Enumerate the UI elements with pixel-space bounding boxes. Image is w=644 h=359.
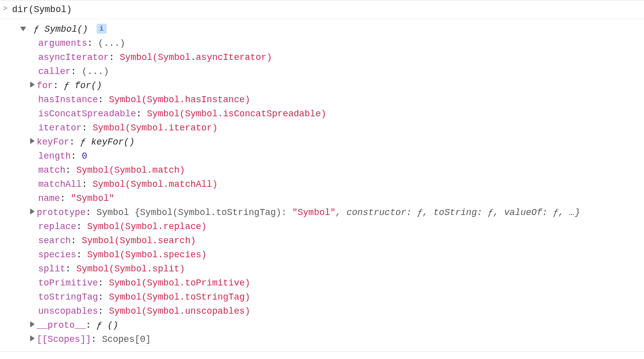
prop-keyFor[interactable]: keyFor: ƒ keyFor() xyxy=(0,135,644,149)
prop-value: Symbol(Symbol.asyncIterator) xyxy=(120,52,272,62)
prop-value: ƒ () xyxy=(97,320,118,330)
prop-asyncIterator[interactable]: asyncIterator: Symbol(Symbol.asyncIterat… xyxy=(0,50,644,64)
prop-key: name xyxy=(38,193,60,203)
prop-key: search xyxy=(38,236,71,246)
prop-value: Symbol(Symbol.species) xyxy=(87,250,207,260)
console-input-row: > dir(Symbol) xyxy=(0,1,644,19)
prototype-first-val: "Symbol" xyxy=(292,207,336,218)
prop-value: (...) xyxy=(98,38,125,48)
prop-value: Symbol(Symbol.isConcatSpreadable) xyxy=(147,109,326,119)
prototype-first-key: Symbol(Symbol.toStringTag): xyxy=(140,207,292,218)
expand-toggle-icon[interactable] xyxy=(30,138,35,144)
prop-key: prototype xyxy=(37,207,86,218)
expand-toggle-icon[interactable] xyxy=(30,82,35,88)
prop-key: for xyxy=(37,81,53,91)
prop-search[interactable]: search: Symbol(Symbol.search) xyxy=(0,234,644,248)
prop-key: split xyxy=(38,264,65,274)
prop-value: "Symbol" xyxy=(71,193,114,203)
prop-proto[interactable]: __proto__: ƒ () xyxy=(0,318,644,332)
prop-key: keyFor xyxy=(37,137,69,147)
prop-prototype[interactable]: prototype: Symbol {Symbol(Symbol.toStrin… xyxy=(0,205,644,220)
prop-value: Symbol(Symbol.search) xyxy=(82,236,196,246)
prop-value: Symbol(Symbol.match) xyxy=(76,165,185,175)
console-command[interactable]: dir(Symbol) xyxy=(12,3,72,17)
prop-iterator[interactable]: iterator: Symbol(Symbol.iterator) xyxy=(0,121,644,135)
prop-key: unscopables xyxy=(38,306,98,316)
prop-length[interactable]: length: 0 xyxy=(0,149,644,163)
prop-value: Symbol(Symbol.replace) xyxy=(87,222,207,232)
object-name: Symbol() xyxy=(44,24,88,34)
prop-key: hasInstance xyxy=(38,95,98,105)
prop-hasInstance[interactable]: hasInstance: Symbol(Symbol.hasInstance) xyxy=(0,93,644,107)
prop-value: 0 xyxy=(82,151,87,161)
prop-value: Symbol(Symbol.toPrimitive) xyxy=(109,278,250,288)
function-glyph: ƒ xyxy=(34,24,39,34)
prop-key: asyncIterator xyxy=(38,52,109,62)
prop-arguments[interactable]: arguments: (...) xyxy=(0,36,644,50)
expand-toggle-icon[interactable] xyxy=(30,321,35,327)
prop-value: Symbol(Symbol.split) xyxy=(76,264,185,274)
prop-key: species xyxy=(38,250,76,260)
prop-key: toPrimitive xyxy=(38,278,98,288)
prop-key: iterator xyxy=(38,123,82,133)
prop-key: matchAll xyxy=(38,179,82,189)
prop-key: length xyxy=(38,151,71,161)
prop-name[interactable]: name: "Symbol" xyxy=(0,191,644,205)
prop-match[interactable]: match: Symbol(Symbol.match) xyxy=(0,163,644,177)
prop-key: match xyxy=(38,165,65,175)
prop-value: Symbol(Symbol.iterator) xyxy=(93,123,217,133)
prop-unscopables[interactable]: unscopables: Symbol(Symbol.unscopables) xyxy=(0,304,644,318)
console-output: ƒ Symbol() i arguments: (...) asyncItera… xyxy=(0,19,644,351)
prop-key: replace xyxy=(38,222,76,232)
prompt-chevron-icon: > xyxy=(3,4,8,15)
expand-toggle-icon[interactable] xyxy=(30,335,35,341)
prop-isConcatSpreadable[interactable]: isConcatSpreadable: Symbol(Symbol.isConc… xyxy=(0,107,644,121)
prototype-head: Symbol { xyxy=(97,207,140,218)
console-panel: > dir(Symbol) ƒ Symbol() i arguments: (.… xyxy=(0,0,644,352)
prototype-rest: , constructor: ƒ, toString: ƒ, valueOf: … xyxy=(336,207,580,218)
prop-replace[interactable]: replace: Symbol(Symbol.replace) xyxy=(0,220,644,234)
prop-value: Scopes[0] xyxy=(102,334,151,344)
prop-key: caller xyxy=(38,66,71,77)
prop-caller[interactable]: caller: (...) xyxy=(0,64,644,79)
prop-key: __proto__ xyxy=(37,320,86,330)
prop-key: toStringTag xyxy=(38,292,98,302)
prop-split[interactable]: split: Symbol(Symbol.split) xyxy=(0,262,644,276)
prop-species[interactable]: species: Symbol(Symbol.species) xyxy=(0,248,644,262)
prop-for[interactable]: for: ƒ for() xyxy=(0,79,644,93)
prop-toPrimitive[interactable]: toPrimitive: Symbol(Symbol.toPrimitive) xyxy=(0,276,644,290)
prop-key: isConcatSpreadable xyxy=(38,109,136,119)
prop-toStringTag[interactable]: toStringTag: Symbol(Symbol.toStringTag) xyxy=(0,290,644,304)
prop-value: Symbol(Symbol.matchAll) xyxy=(93,179,217,189)
prop-value: Symbol(Symbol.toStringTag) xyxy=(109,292,250,302)
prop-value: Symbol(Symbol.unscopables) xyxy=(109,306,250,316)
object-header[interactable]: ƒ Symbol() i xyxy=(0,22,644,36)
prop-scopes[interactable]: [[Scopes]]: Scopes[0] xyxy=(0,332,644,346)
prop-value: Symbol(Symbol.hasInstance) xyxy=(109,95,250,105)
prop-matchAll[interactable]: matchAll: Symbol(Symbol.matchAll) xyxy=(0,177,644,191)
prop-value: ƒ keyFor() xyxy=(80,137,134,147)
info-icon[interactable]: i xyxy=(97,24,107,34)
prop-key: arguments xyxy=(38,38,87,48)
prop-key: [[Scopes]] xyxy=(37,334,91,344)
collapse-toggle-icon[interactable] xyxy=(20,27,26,31)
expand-toggle-icon[interactable] xyxy=(30,208,35,214)
prop-value: ƒ for() xyxy=(64,81,102,91)
prop-value: (...) xyxy=(82,66,109,77)
